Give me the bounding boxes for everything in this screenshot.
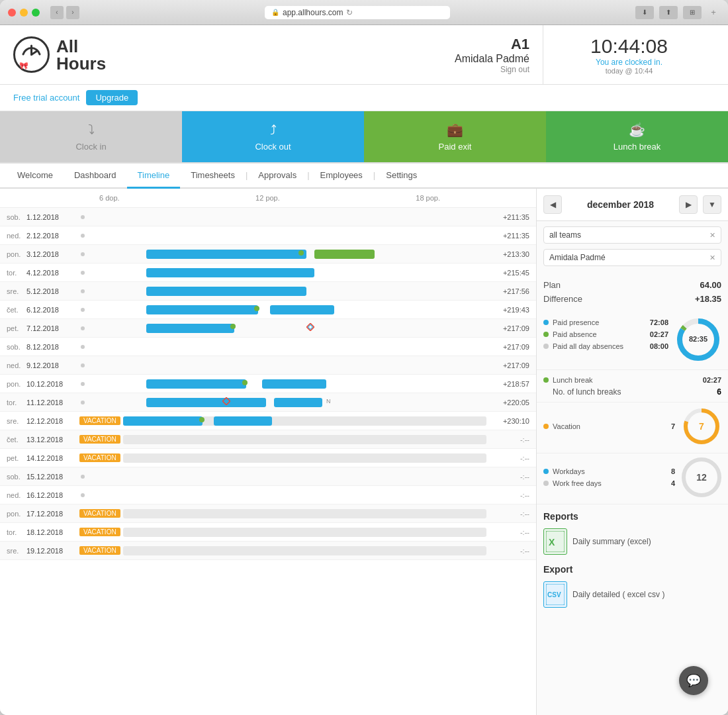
row-day: pet. [7, 454, 26, 462]
paid-absence-value: 02:27 [650, 330, 668, 338]
row-bar-area [86, 230, 486, 242]
row-bar-area [86, 341, 486, 353]
work-bar [146, 268, 314, 277]
export-title: Export [543, 564, 721, 575]
row-time: -:-- [486, 528, 529, 536]
plan-stats: Plan 64.00 Difference +18.35 [537, 271, 728, 312]
clocked-status: You are clocked in. [596, 58, 662, 67]
lunch-count-label: No. of lunch breaks [553, 387, 621, 397]
table-row: pet. 14.12.2018 VACATION -:-- [0, 449, 536, 467]
team-filter[interactable]: all teams ✕ [543, 226, 721, 244]
clock-in-label: Clock in [75, 142, 106, 152]
chat-icon: 💬 [686, 673, 701, 688]
tab-employees[interactable]: Employees [310, 164, 373, 189]
row-day: sre. [7, 417, 26, 425]
daily-detailed-item[interactable]: CSV Daily detailed ( excel csv ) [543, 579, 721, 610]
user-filter-clear[interactable]: ✕ [709, 254, 715, 262]
table-row: pon. 3.12.2018 +213:30 [0, 245, 536, 263]
marker [230, 324, 236, 329]
workdays-item: Workdays 8 [543, 465, 675, 477]
row-time: -:-- [486, 436, 529, 444]
row-bar-area [86, 211, 486, 223]
vacation-badge: VACATION [79, 435, 120, 444]
tab-timeline[interactable]: Timeline [127, 164, 181, 189]
lunch-count-row: No. of lunch breaks 6 [543, 386, 721, 398]
work-bar2 [262, 379, 326, 389]
tab-dashboard[interactable]: Dashboard [64, 164, 127, 189]
team-filter-clear[interactable]: ✕ [709, 231, 715, 240]
tab-approvals[interactable]: Approvals [248, 164, 307, 189]
workdays-circle-value: 12 [696, 472, 707, 483]
row-day: pet. [7, 324, 26, 332]
close-button[interactable] [8, 9, 16, 17]
work-bar2 [214, 416, 272, 426]
tab-welcome[interactable]: Welcome [7, 164, 64, 189]
timeline-panel: 6 dop. 12 pop. 18 pop. sob. 1.12.2018 +2… [0, 189, 536, 715]
refresh-icon[interactable]: ↻ [346, 8, 353, 17]
row-time: +217:09 [486, 361, 529, 369]
row-dot [81, 252, 85, 256]
paid-all-day-value: 08:00 [650, 342, 668, 350]
paid-exit-button[interactable]: 💼 Paid exit [364, 111, 546, 162]
clock-in-button[interactable]: ⤵ Clock in [0, 111, 182, 162]
team-filter-text: all teams [549, 230, 581, 240]
work-bar [146, 398, 267, 407]
paid-all-day-legend: Paid all day absences 08:00 [543, 340, 668, 352]
fullscreen-button[interactable] [32, 9, 40, 17]
vacation-bar-bg [123, 546, 486, 555]
chat-bubble[interactable]: 💬 [679, 666, 708, 695]
row-bar-area [123, 526, 486, 538]
daily-summary-item[interactable]: X Daily summary (excel) [543, 526, 721, 557]
user-filter[interactable]: Amidala Padmé ✕ [543, 249, 721, 266]
sign-out-link[interactable]: Sign out [500, 65, 529, 74]
tab-timesheets[interactable]: Timesheets [180, 164, 246, 189]
app-header: 🎀 All Hours A1 Amidala Padmé Sign out 10… [0, 25, 728, 85]
back-button[interactable]: ‹ [50, 6, 64, 19]
marker [199, 417, 205, 422]
row-day: pon. [7, 250, 26, 258]
grid-label-6: 6 dop. [99, 194, 120, 202]
grid-label-18: 18 pop. [416, 194, 440, 202]
workdays-circle: 12 [682, 457, 721, 497]
next-month-button[interactable]: ▶ [679, 195, 698, 214]
table-row: sre. 5.12.2018 +217:56 [0, 282, 536, 301]
clocked-since: today @ 10:44 [606, 67, 653, 75]
share-button[interactable]: ⬆ [659, 6, 678, 19]
upgrade-button[interactable]: Upgrade [86, 90, 138, 105]
forward-button[interactable]: › [66, 6, 79, 19]
lunch-stats: Lunch break 02:27 No. of lunch breaks 6 [537, 370, 728, 403]
row-date: 12.12.2018 [26, 417, 79, 425]
download-button[interactable]: ⬇ [635, 6, 654, 19]
row-time: +220:05 [486, 399, 529, 406]
row-bar-area [123, 434, 486, 446]
tab-settings[interactable]: Settings [375, 164, 428, 189]
row-bar-area [123, 508, 486, 520]
paid-presence-label: Paid presence [553, 318, 646, 326]
clock-display: 10:44:08 You are clocked in. today @ 10:… [543, 25, 715, 84]
url-bar[interactable]: 🔒 app.allhours.com ↻ [265, 6, 450, 19]
prev-month-button[interactable]: ◀ [543, 195, 562, 214]
diamond-icon [222, 397, 230, 405]
row-bar-area [86, 489, 486, 501]
vacation-label: Vacation [553, 422, 667, 430]
month-dropdown-button[interactable]: ▼ [703, 195, 721, 214]
lunch-break-button[interactable]: ☕ Lunch break [546, 111, 728, 162]
vacation-bar-bg [123, 528, 486, 537]
row-bar-area [86, 304, 486, 316]
vacation-badge: VACATION [79, 416, 120, 425]
work-bar2 [270, 305, 334, 314]
row-day: pon. [7, 510, 26, 518]
clock-out-icon: ⤴ [270, 122, 277, 138]
row-bar-area [123, 452, 486, 464]
new-tab-button[interactable]: + [707, 7, 720, 17]
row-dot [81, 234, 85, 238]
table-row: tor. 4.12.2018 +215:45 [0, 263, 536, 282]
user-id: A1 [511, 36, 529, 53]
app-content: 🎀 All Hours A1 Amidala Padmé Sign out 10… [0, 25, 728, 715]
reports-section: Reports X Daily summary (excel) [537, 504, 728, 564]
minimize-button[interactable] [20, 9, 28, 17]
extensions-button[interactable]: ⊞ [683, 6, 702, 19]
timeline-header: 6 dop. 12 pop. 18 pop. [0, 189, 536, 208]
clock-out-button[interactable]: ⤴ Clock out [182, 111, 364, 162]
row-time: +213:30 [486, 250, 529, 258]
